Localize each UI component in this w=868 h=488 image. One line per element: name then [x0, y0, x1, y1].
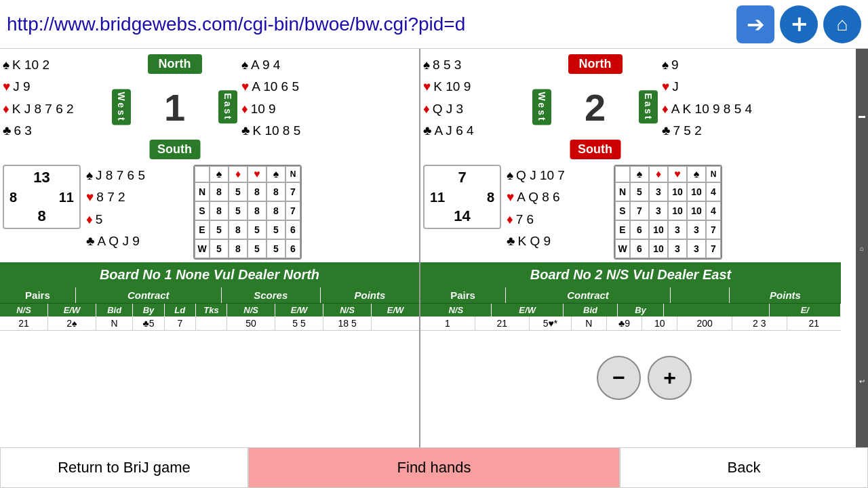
board2-table-subheaders: N/S E/W Bid By E/ — [420, 303, 841, 317]
board1-table-headers: Pairs Contract Scores Points — [0, 287, 419, 303]
board2-info-bar: Board No 2 N/S Vul Dealer East — [420, 262, 841, 287]
score-left: 8 — [9, 189, 17, 205]
north-spade: ♠ A 9 4 — [241, 54, 300, 76]
board2-score-top: 7 — [458, 169, 466, 186]
west-diamond: ♦ K J 8 7 6 2 — [3, 98, 108, 120]
board1-north-hand: ♠ A 9 4 ♥ A 10 6 5 ♦ 10 9 ♣ K 10 8 5 — [241, 54, 300, 142]
score-right: 11 — [59, 189, 74, 205]
board2-top: ♠ 8 5 3 ♥ K 10 9 ♦ Q J 3 ♣ A J 6 4 North… — [420, 49, 841, 159]
board1-score-grid: 13 8 11 8 — [3, 165, 81, 229]
board2-bottom-row: 7 11 8 14 ♠ Q J 10 7 ♥ A Q 8 6 ♦ 7 6 ♣ K… — [420, 162, 841, 262]
forward-button[interactable]: ➔ — [736, 5, 774, 43]
score-top: 13 — [33, 169, 50, 186]
board1-bottom-row: 13 8 11 8 ♠ J 8 7 6 5 ♥ 8 7 2 ♦ 5 ♣ A Q … — [0, 162, 419, 262]
board1-south-hand: ♠ J 8 7 6 5 ♥ 8 7 2 ♦ 5 ♣ A Q J 9 — [86, 165, 188, 252]
find-hands-button[interactable]: Find hands — [248, 447, 620, 488]
url-bar[interactable]: http://www.bridgewebs.com/cgi-bin/bwoe/b… — [7, 14, 736, 35]
board1-panel: ♠ K 10 2 ♥ J 9 ♦ K J 8 7 6 2 ♣ 6 3 North… — [0, 49, 420, 447]
board2-number: 2 — [585, 85, 606, 129]
compass-east: East — [218, 90, 237, 124]
west-club: ♣ 6 3 — [3, 120, 108, 142]
board1-compass: North South West East 1 — [112, 54, 237, 159]
trick-row-e: E 5 8 5 5 6 — [195, 220, 300, 239]
score-bot: 8 — [37, 207, 45, 225]
board1-table-subheaders: N/S E/W Bid By Ld Tks N/S E/W N/S E/W — [0, 303, 419, 317]
west-spade: ♠ K 10 2 — [3, 54, 108, 76]
board2-compass-west: West — [532, 89, 551, 125]
trick-suit-header: ♠ ♦ ♥ ♠ N — [195, 166, 300, 182]
trick-row-s: S 8 5 8 8 7 — [195, 201, 300, 220]
home-button[interactable]: ⌂ — [823, 5, 861, 43]
board2-compass: North South West East 2 — [532, 54, 658, 159]
board2-compass-north: North — [568, 54, 623, 74]
board2-score-right: 8 — [487, 189, 494, 205]
board2-compass-south: South — [570, 140, 620, 159]
trick-row-w: W 5 8 5 5 6 — [195, 239, 300, 258]
add-tab-button[interactable]: ＋ — [780, 5, 818, 43]
board2-score-left: 11 — [430, 189, 445, 205]
board1-top: ♠ K 10 2 ♥ J 9 ♦ K J 8 7 6 2 ♣ 6 3 North… — [0, 49, 419, 159]
board1-table-row: 21 2♠ N ♣5 7 50 5 5 18 5 — [0, 317, 419, 331]
board1-west-hand: ♠ K 10 2 ♥ J 9 ♦ K J 8 7 6 2 ♣ 6 3 — [3, 54, 108, 142]
board2-score-grid: 7 11 8 14 — [423, 165, 501, 229]
side-chrome: ▬ ⌂ ↩ — [856, 49, 868, 447]
board2-west-hand: ♠ 8 5 3 ♥ K 10 9 ♦ Q J 3 ♣ A J 6 4 — [423, 54, 528, 142]
back-button[interactable]: Back — [620, 447, 868, 488]
north-diamond: ♦ 10 9 — [241, 98, 300, 120]
zoom-in-button[interactable]: + — [648, 356, 692, 400]
board1-trick-table: ♠ ♦ ♥ ♠ N N 8 5 8 8 7 S 8 — [193, 165, 302, 260]
north-club: ♣ K 10 8 5 — [241, 120, 300, 142]
compass-west: West — [112, 89, 131, 125]
board2-score-bot: 14 — [454, 207, 470, 225]
zoom-controls: − + — [597, 356, 692, 400]
compass-north: North — [148, 54, 202, 74]
board1-info-bar: Board No 1 None Vul Dealer North — [0, 262, 419, 287]
board1-number: 1 — [164, 85, 185, 129]
board2-trick-table: ♠ ♦ ♥ ♠ N N 5 3 10 10 4 S 7 3 — [614, 165, 722, 260]
return-button[interactable]: Return to BriJ game — [0, 447, 248, 488]
board2-west-hand-display: ♠ Q J 10 7 ♥ A Q 8 6 ♦ 7 6 ♣ K Q 9 — [507, 165, 608, 252]
north-heart: ♥ A 10 6 5 — [241, 76, 300, 98]
board2-compass-east: East — [639, 90, 658, 124]
board2-table-row: 1 21 5♥* N ♣9 10 200 2 3 21 — [420, 317, 841, 331]
trick-row-n: N 8 5 8 8 7 — [195, 182, 300, 201]
board2-east-hand: ♠ 9 ♥ J ♦ A K 10 9 8 5 4 ♣ 7 5 2 — [662, 54, 752, 142]
top-bar: http://www.bridgewebs.com/cgi-bin/bwoe/b… — [0, 0, 868, 49]
top-icons: ➔ ＋ ⌂ — [736, 5, 861, 43]
zoom-out-button[interactable]: − — [597, 356, 641, 400]
bottom-bar: Return to BriJ game Find hands Back — [0, 447, 868, 488]
compass-south: South — [149, 140, 200, 159]
west-heart: ♥ J 9 — [3, 76, 108, 98]
board2-table-headers: Pairs Contract Points — [420, 287, 841, 303]
